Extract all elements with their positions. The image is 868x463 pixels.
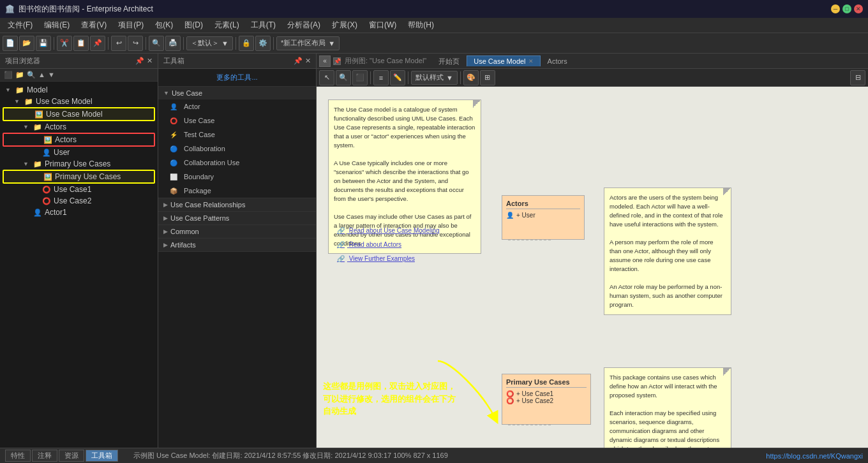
toolbox-item-package[interactable]: 📦Package	[158, 184, 316, 198]
primary-use-cases-box[interactable]: Primary Use Cases ⭕ + Use Case1 ⭕ + Use …	[502, 374, 591, 425]
dt-align[interactable]: ≡	[373, 70, 389, 85]
tree-item-primary-use-cases[interactable]: 🖼️Primary Use Cases	[3, 170, 155, 184]
tree-item-use-case-model[interactable]: 🖼️Use Case Model	[3, 107, 155, 121]
diagram-canvas[interactable]: The Use Case model is a catalogue of sys…	[317, 87, 868, 448]
status-tab-特性[interactable]: 特性	[5, 450, 31, 462]
tb-separator-3	[146, 37, 146, 50]
menu-item-t[interactable]: 工具(T)	[246, 18, 281, 32]
toolbox-item-boundary[interactable]: ⬜Boundary	[158, 170, 316, 184]
toolbox-item-collaboration-use[interactable]: 🔵Collaboration Use	[158, 156, 316, 170]
dt-grid[interactable]: ⊞	[480, 70, 495, 85]
tab-close-icon[interactable]: ✕	[528, 58, 534, 64]
dt-edit[interactable]: ✏️	[390, 70, 405, 85]
tree-node-label: Actors	[55, 135, 77, 144]
tab-actors[interactable]: Actors	[541, 55, 574, 66]
link-use-case-modeling[interactable]: 🔗 Read about Use Case Modeling	[337, 227, 440, 234]
actors-diagram-box[interactable]: Actors 👤 + User	[502, 195, 585, 240]
tree-item-user[interactable]: 👤User	[3, 147, 155, 158]
use-case-item-1: ⭕ + Use Case1	[506, 390, 587, 397]
tree-item-use-case-model[interactable]: ▼📁Use Case Model	[3, 96, 155, 107]
menu-item-v[interactable]: 查看(V)	[76, 18, 112, 32]
tb-new[interactable]: 📄	[3, 36, 18, 51]
tb-search[interactable]: 🔍	[149, 36, 164, 51]
tb-layout-dropdown[interactable]: ＜默认＞ ▼	[186, 36, 233, 50]
dt-zoom-in[interactable]: 🔍	[336, 70, 351, 85]
toolbox-section-use-case-relationships: ▶ Use Case Relationships	[158, 198, 316, 212]
tree-toolbar-btn-1[interactable]: ⬛	[4, 71, 13, 79]
tb-workspace-dropdown[interactable]: *新工作区布局 ▼	[276, 36, 340, 50]
toolbox-item-test-case[interactable]: ⚡Test Case	[158, 128, 316, 142]
tree-item-primary-use-cases[interactable]: ▼📁Primary Use Cases	[3, 158, 155, 170]
status-tab-工具箱[interactable]: 工具箱	[86, 450, 118, 462]
menu-item-x[interactable]: 扩展(X)	[327, 18, 363, 32]
main-area: 项目浏览器 📌 ✕ ⬛ 📁 🔍 ▲ ▼ ▼📁Model▼📁Use Case Mo…	[0, 54, 868, 448]
close-panel-icon[interactable]: ✕	[147, 57, 153, 65]
tree-item-model[interactable]: ▼📁Model	[3, 84, 155, 96]
tb-copy[interactable]: 📋	[73, 36, 89, 51]
dt-style-dropdown[interactable]: 默认样式 ▼	[411, 71, 458, 85]
collapse-button[interactable]: «	[319, 55, 331, 67]
toolbox-item-collaboration[interactable]: 🔵Collaboration	[158, 142, 316, 156]
dt-layout[interactable]: ⬛	[352, 70, 368, 85]
tree-item-actor1[interactable]: 👤Actor1	[3, 207, 155, 218]
toolbox-section-header[interactable]: ▶ Common	[158, 225, 316, 238]
menu-item-f[interactable]: 文件(F)	[3, 18, 38, 32]
tb-separator-4	[183, 37, 184, 50]
close-button[interactable]: ✕	[854, 4, 863, 13]
menu-item-a[interactable]: 分析器(A)	[282, 18, 326, 32]
close-toolbox-icon[interactable]: ✕	[305, 57, 311, 65]
toolbox-section-header[interactable]: ▶ Use Case Patterns	[158, 212, 316, 224]
tb-lock[interactable]: 🔒	[239, 36, 254, 51]
tree-node-label: Actors	[45, 122, 66, 131]
tree-item-use-case2[interactable]: ⭕Use Case2	[3, 195, 155, 207]
menu-item-d[interactable]: 图(D)	[179, 18, 208, 32]
tb-undo[interactable]: ↩	[111, 36, 126, 51]
tb-redo[interactable]: ↪	[128, 36, 143, 51]
maximize-button[interactable]: □	[842, 4, 851, 13]
link-examples[interactable]: 🔗 View Further Examples	[337, 255, 415, 262]
toolbox-more-link[interactable]: 更多的工具...	[158, 69, 316, 87]
tb-save[interactable]: 💾	[36, 36, 51, 51]
pin-diagram-btn[interactable]: 📌	[333, 57, 341, 65]
toolbox-item-actor[interactable]: 👤Actor	[158, 99, 316, 114]
status-tab-资源[interactable]: 资源	[59, 450, 84, 462]
toolbox-item-label: Package	[184, 187, 211, 195]
toolbox-section-header[interactable]: ▶ Artifacts	[158, 239, 316, 251]
status-tab-注释[interactable]: 注释	[32, 450, 57, 462]
tree-item-actors[interactable]: ▼📁Actors	[3, 121, 155, 133]
tb-separator-6	[273, 37, 274, 50]
menu-item-w[interactable]: 窗口(W)	[364, 18, 401, 32]
minimize-button[interactable]: ─	[831, 4, 840, 13]
tab-use-case-model[interactable]: Use Case Model ✕	[467, 55, 540, 66]
menu-item-h[interactable]: 帮助(H)	[403, 18, 439, 32]
tb-settings[interactable]: ⚙️	[255, 36, 271, 51]
menu-item-l[interactable]: 元素(L)	[209, 18, 244, 32]
menu-item-e[interactable]: 编辑(E)	[39, 18, 75, 32]
toolbox-item-label: Actor	[184, 103, 200, 110]
tb-paste[interactable]: 📌	[90, 36, 105, 51]
tb-cut[interactable]: ✂️	[57, 36, 72, 51]
tree-toolbar-btn-4[interactable]: ▲	[38, 71, 45, 79]
toolbox-item-use-case[interactable]: ⭕Use Case	[158, 114, 316, 128]
tb-print[interactable]: 🖨️	[165, 36, 181, 51]
menu-item-p[interactable]: 项目(P)	[113, 18, 149, 32]
section-expander-icon: ▶	[163, 215, 168, 221]
tab-start-page[interactable]: 开始页	[431, 55, 467, 68]
toolbox-section-header[interactable]: ▼ Use Case	[158, 87, 316, 99]
link-actors[interactable]: 🔗 Read about Actors	[337, 241, 401, 248]
tree-toolbar-btn-5[interactable]: ▼	[48, 71, 55, 79]
status-url: https://blog.csdn.net/KQwangxi	[766, 452, 863, 460]
dt-color[interactable]: 🎨	[463, 70, 479, 85]
tree-toolbar-btn-3[interactable]: 🔍	[27, 71, 36, 79]
dt-filter[interactable]: ⊟	[850, 70, 865, 85]
menu-item-k[interactable]: 包(K)	[150, 18, 178, 32]
tree-item-use-case1[interactable]: ⭕Use Case1	[3, 184, 155, 195]
pin-icon-toolbox[interactable]: 📌	[294, 57, 303, 65]
pin-icon[interactable]: 📌	[135, 57, 144, 65]
tree-toolbar-btn-2[interactable]: 📁	[15, 71, 24, 79]
tb-open[interactable]: 📂	[19, 36, 34, 51]
toolbox-section-header[interactable]: ▶ Use Case Relationships	[158, 198, 316, 211]
link-icon-3: 🔗	[337, 255, 345, 262]
dt-select[interactable]: ↖	[319, 70, 334, 85]
tree-item-actors[interactable]: 🖼️Actors	[3, 133, 155, 147]
